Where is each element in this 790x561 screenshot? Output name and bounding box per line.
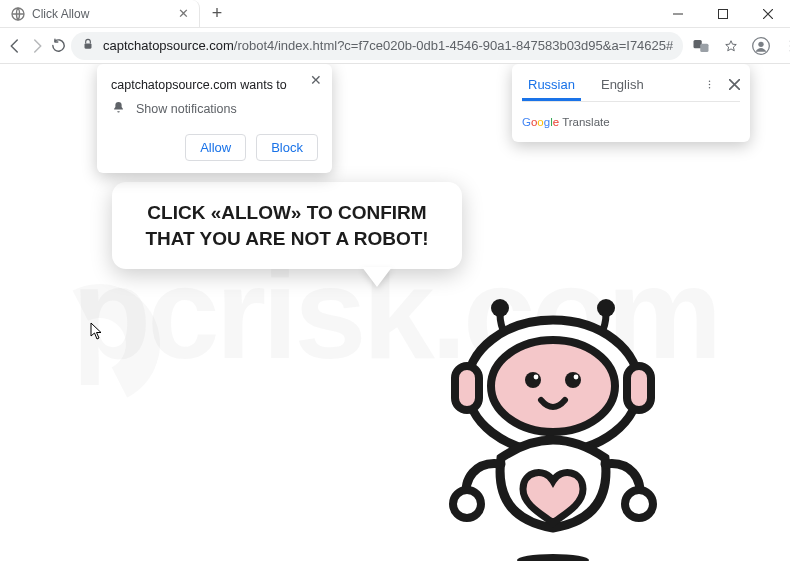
translate-tab-english[interactable]: English bbox=[595, 70, 650, 101]
star-icon bbox=[724, 39, 738, 53]
allow-button[interactable]: Allow bbox=[185, 134, 246, 161]
browser-toolbar: captchatopsource.com/robot4/index.html?c… bbox=[0, 28, 790, 64]
browser-menu-button[interactable] bbox=[777, 32, 790, 60]
page-content: pcrisk.com ✕ captchatopsource.com wants … bbox=[0, 64, 790, 561]
bubble-tail bbox=[362, 267, 392, 287]
nav-forward-button[interactable] bbox=[28, 32, 46, 60]
popup-permission-row: Show notifications bbox=[111, 100, 318, 118]
svg-point-25 bbox=[517, 554, 589, 561]
bell-icon bbox=[111, 100, 126, 118]
url-path: /robot4/index.html?c=f7ce020b-0db1-4546-… bbox=[234, 38, 673, 53]
window-titlebar: Click Allow ✕ + bbox=[0, 0, 790, 28]
toolbar-right bbox=[687, 32, 790, 60]
nav-reload-button[interactable] bbox=[50, 32, 67, 60]
window-maximize-button[interactable] bbox=[700, 0, 745, 27]
nav-back-button[interactable] bbox=[6, 32, 24, 60]
profile-avatar-button[interactable] bbox=[747, 32, 775, 60]
lock-icon bbox=[81, 37, 95, 54]
window-close-icon bbox=[763, 9, 773, 19]
plus-icon: + bbox=[212, 3, 223, 24]
close-icon bbox=[729, 79, 740, 90]
translate-popup: Russian English Google Translate bbox=[512, 64, 750, 142]
new-tab-button[interactable]: + bbox=[200, 0, 234, 27]
speech-bubble: CLICK «ALLOW» TO CONFIRM THAT YOU ARE NO… bbox=[112, 182, 462, 269]
window-minimize-button[interactable] bbox=[655, 0, 700, 27]
svg-point-12 bbox=[709, 87, 710, 88]
popup-permission-label: Show notifications bbox=[136, 102, 237, 116]
svg-rect-2 bbox=[85, 43, 92, 48]
svg-rect-17 bbox=[627, 366, 651, 410]
block-button[interactable]: Block bbox=[256, 134, 318, 161]
url-host: captchatopsource.com bbox=[103, 38, 234, 53]
mouse-cursor-icon bbox=[90, 322, 104, 343]
robot-illustration bbox=[423, 268, 683, 561]
svg-point-18 bbox=[491, 340, 615, 432]
svg-rect-4 bbox=[701, 43, 709, 51]
notification-permission-popup: ✕ captchatopsource.com wants to Show not… bbox=[97, 64, 332, 173]
window-minimize-icon bbox=[673, 9, 683, 19]
url-text: captchatopsource.com/robot4/index.html?c… bbox=[103, 38, 673, 53]
nav-forward-icon bbox=[28, 37, 46, 55]
svg-point-20 bbox=[565, 372, 581, 388]
tab-title: Click Allow bbox=[32, 7, 172, 21]
avatar-icon bbox=[751, 36, 771, 56]
window-close-button[interactable] bbox=[745, 0, 790, 27]
popup-title: captchatopsource.com wants to bbox=[111, 78, 318, 92]
svg-point-6 bbox=[759, 41, 764, 46]
kebab-icon bbox=[704, 79, 715, 90]
svg-rect-1 bbox=[718, 9, 727, 18]
popup-close-button[interactable]: ✕ bbox=[310, 72, 322, 88]
watermark-swoosh bbox=[24, 268, 175, 419]
reload-icon bbox=[50, 37, 67, 54]
globe-icon bbox=[10, 6, 26, 22]
google-translate-label: Google Translate bbox=[522, 116, 740, 128]
window-controls bbox=[655, 0, 790, 27]
svg-point-19 bbox=[525, 372, 541, 388]
bookmark-star-button[interactable] bbox=[717, 32, 745, 60]
address-bar[interactable]: captchatopsource.com/robot4/index.html?c… bbox=[71, 32, 683, 60]
translate-tab-russian[interactable]: Russian bbox=[522, 70, 581, 101]
svg-point-22 bbox=[574, 375, 579, 380]
translate-options-button[interactable] bbox=[704, 78, 715, 93]
translate-close-button[interactable] bbox=[729, 78, 740, 93]
tab-close-icon[interactable]: ✕ bbox=[178, 6, 189, 21]
svg-point-24 bbox=[625, 490, 653, 518]
window-maximize-icon bbox=[718, 9, 728, 19]
nav-back-icon bbox=[6, 37, 24, 55]
svg-point-10 bbox=[709, 81, 710, 82]
svg-point-21 bbox=[534, 375, 539, 380]
svg-point-23 bbox=[453, 490, 481, 518]
svg-point-11 bbox=[709, 84, 710, 85]
bubble-text: CLICK «ALLOW» TO CONFIRM THAT YOU ARE NO… bbox=[134, 200, 440, 251]
browser-tab[interactable]: Click Allow ✕ bbox=[0, 0, 200, 27]
menu-icon bbox=[783, 38, 790, 54]
translate-button[interactable] bbox=[687, 32, 715, 60]
svg-rect-16 bbox=[455, 366, 479, 410]
translate-icon bbox=[692, 37, 710, 55]
